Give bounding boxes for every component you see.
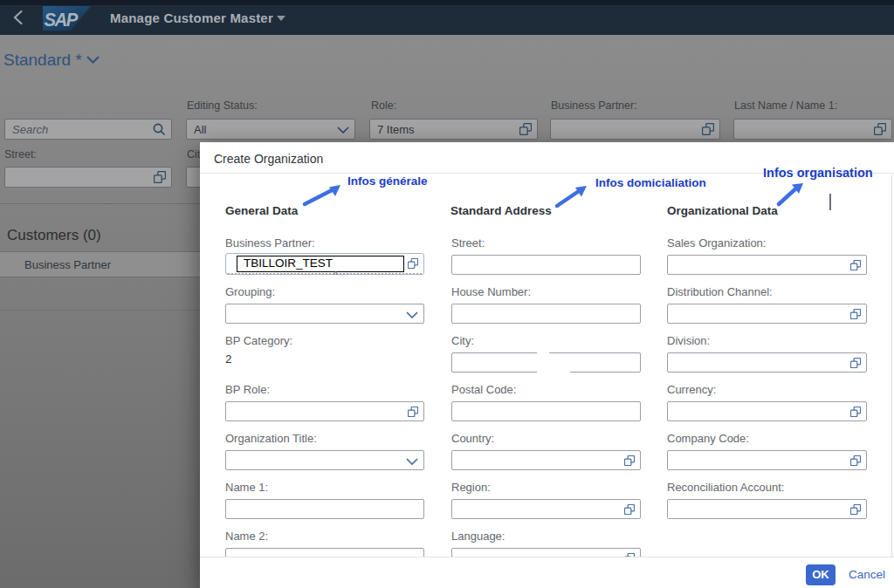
svg-text:SAP: SAP — [45, 9, 79, 31]
